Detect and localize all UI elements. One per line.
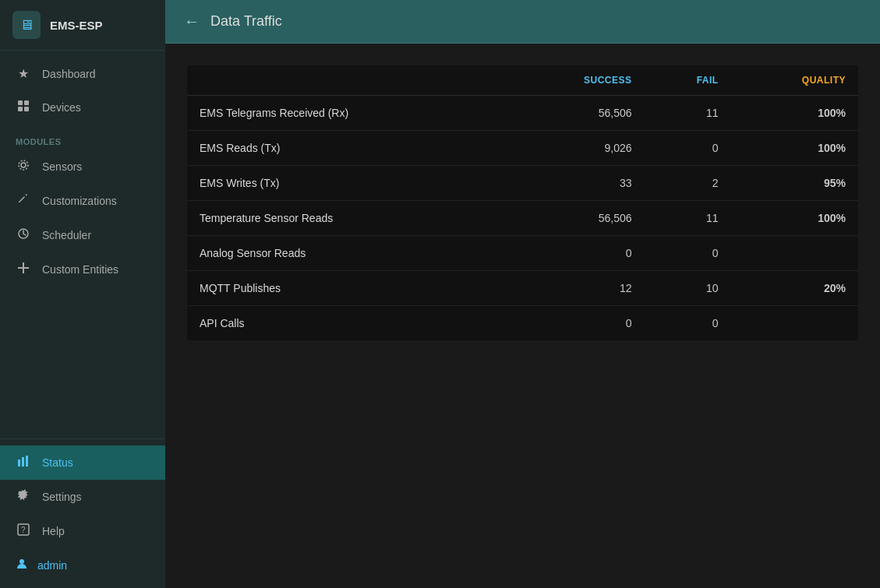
main-content: ← Data Traffic SUCCESS FAIL QUALITY EMS … xyxy=(165,0,880,588)
sidebar-item-label: Dashboard xyxy=(42,68,96,80)
svg-rect-0 xyxy=(18,100,23,105)
col-header-fail: FAIL xyxy=(645,65,731,96)
cell-quality: 100% xyxy=(731,131,858,166)
svg-text:?: ? xyxy=(21,526,26,534)
cell-quality: 100% xyxy=(731,96,858,131)
table-header-row: SUCCESS FAIL QUALITY xyxy=(187,65,858,96)
sidebar-header: 🖥 EMS-ESP xyxy=(0,0,165,51)
cell-quality: 100% xyxy=(731,201,858,236)
cell-quality: 95% xyxy=(731,166,858,201)
app-title: EMS-ESP xyxy=(50,19,103,32)
sensors-icon xyxy=(16,159,31,174)
devices-icon xyxy=(16,100,31,115)
status-icon xyxy=(16,455,31,470)
table-row: Analog Sensor Reads00 xyxy=(187,236,858,271)
app-logo-icon: 🖥 xyxy=(12,11,41,39)
cell-quality xyxy=(731,306,858,341)
svg-point-5 xyxy=(19,160,28,170)
svg-rect-1 xyxy=(24,100,29,105)
cell-name: EMS Telegrams Received (Rx) xyxy=(187,96,509,131)
content-area: SUCCESS FAIL QUALITY EMS Telegrams Recei… xyxy=(165,44,880,588)
modules-section-label: Modules xyxy=(0,125,165,150)
cell-fail: 0 xyxy=(645,306,731,341)
svg-rect-7 xyxy=(18,459,20,467)
user-profile[interactable]: admin xyxy=(0,548,165,582)
sidebar-item-label: Scheduler xyxy=(42,229,91,241)
user-icon xyxy=(16,558,28,572)
table-row: EMS Reads (Tx)9,0260100% xyxy=(187,131,858,166)
svg-rect-9 xyxy=(26,456,28,467)
cell-fail: 2 xyxy=(645,166,731,201)
sidebar-item-custom-entities[interactable]: Custom Entities xyxy=(0,252,165,287)
dashboard-icon: ★ xyxy=(16,66,31,81)
cell-fail: 0 xyxy=(645,236,731,271)
col-header-name xyxy=(187,65,509,96)
table-row: EMS Writes (Tx)33295% xyxy=(187,166,858,201)
table-row: API Calls00 xyxy=(187,306,858,341)
cell-fail: 10 xyxy=(645,271,731,306)
sidebar-nav: ★ Dashboard Devices Modules Sensors Cust… xyxy=(0,51,165,438)
svg-point-12 xyxy=(19,559,24,564)
svg-rect-3 xyxy=(24,107,29,111)
cell-success: 12 xyxy=(509,271,644,306)
topbar: ← Data Traffic xyxy=(165,0,880,44)
cell-success: 0 xyxy=(509,236,644,271)
customizations-icon xyxy=(16,193,31,209)
table-row: MQTT Publishes121020% xyxy=(187,271,858,306)
help-icon: ? xyxy=(16,523,31,539)
cell-success: 56,506 xyxy=(509,96,644,131)
sidebar-item-label: Customizations xyxy=(42,195,117,207)
sidebar: 🖥 EMS-ESP ★ Dashboard Devices Modules Se… xyxy=(0,0,165,588)
scheduler-icon xyxy=(16,227,31,243)
sidebar-item-status[interactable]: Status xyxy=(0,445,165,480)
sidebar-item-label: Settings xyxy=(42,491,82,503)
sidebar-item-label: Sensors xyxy=(42,160,82,173)
cell-name: API Calls xyxy=(187,306,509,341)
sidebar-item-label: Status xyxy=(42,456,73,469)
sidebar-item-label: Custom Entities xyxy=(42,263,118,276)
cell-quality xyxy=(731,236,858,271)
sidebar-bottom: Status Settings ? Help admin xyxy=(0,438,165,588)
sidebar-item-dashboard[interactable]: ★ Dashboard xyxy=(0,57,165,90)
cell-success: 33 xyxy=(509,166,644,201)
sidebar-item-label: Help xyxy=(42,525,65,537)
cell-success: 56,506 xyxy=(509,201,644,236)
col-header-quality: QUALITY xyxy=(731,65,858,96)
sidebar-item-scheduler[interactable]: Scheduler xyxy=(0,218,165,252)
sidebar-item-devices[interactable]: Devices xyxy=(0,90,165,125)
cell-name: EMS Writes (Tx) xyxy=(187,166,509,201)
svg-rect-2 xyxy=(18,107,23,111)
sidebar-item-label: Devices xyxy=(42,101,81,114)
table-row: Temperature Sensor Reads56,50611100% xyxy=(187,201,858,236)
cell-name: MQTT Publishes xyxy=(187,271,509,306)
col-header-success: SUCCESS xyxy=(509,65,644,96)
data-traffic-table: SUCCESS FAIL QUALITY EMS Telegrams Recei… xyxy=(187,65,858,340)
cell-fail: 11 xyxy=(645,96,731,131)
sidebar-item-settings[interactable]: Settings xyxy=(0,480,165,514)
custom-entities-icon xyxy=(16,262,31,277)
cell-success: 9,026 xyxy=(509,131,644,166)
page-title: Data Traffic xyxy=(210,13,282,30)
cell-fail: 11 xyxy=(645,201,731,236)
svg-rect-8 xyxy=(22,457,24,467)
cell-name: Temperature Sensor Reads xyxy=(187,201,509,236)
settings-icon xyxy=(16,489,31,505)
table-row: EMS Telegrams Received (Rx)56,50611100% xyxy=(187,96,858,131)
cell-fail: 0 xyxy=(645,131,731,166)
svg-point-4 xyxy=(21,163,26,167)
sidebar-item-help[interactable]: ? Help xyxy=(0,514,165,548)
sidebar-item-sensors[interactable]: Sensors xyxy=(0,150,165,184)
cell-name: Analog Sensor Reads xyxy=(187,236,509,271)
user-label: admin xyxy=(37,559,67,572)
sidebar-item-customizations[interactable]: Customizations xyxy=(0,184,165,218)
cell-name: EMS Reads (Tx) xyxy=(187,131,509,166)
cell-quality: 20% xyxy=(731,271,858,306)
back-button[interactable]: ← xyxy=(184,12,200,30)
cell-success: 0 xyxy=(509,306,644,341)
